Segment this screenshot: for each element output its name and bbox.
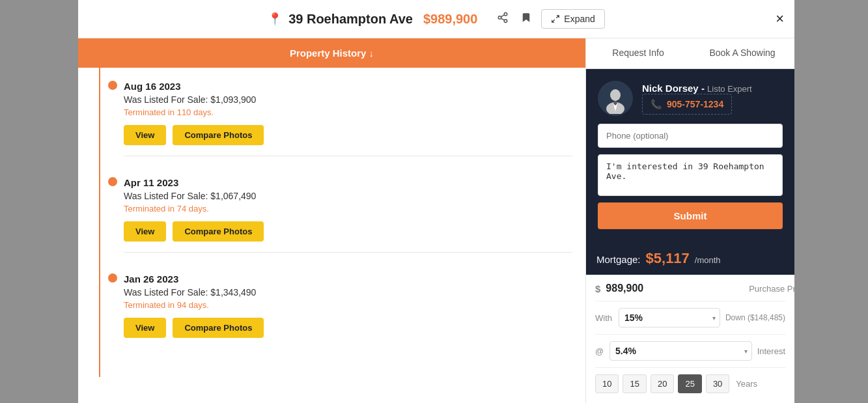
modal-container: 📍 39 Roehampton Ave $989,900 Expand [78,0,794,403]
agent-details: Nick Dorsey - Listo Expert 📞 905-757-123… [642,83,752,115]
year-30-button[interactable]: 30 [706,374,729,393]
expand-button[interactable]: Expand [541,9,604,29]
agent-name: Nick Dorsey - Listo Expert [642,83,752,94]
tabs-row: Request Info Book A Showing [586,38,794,69]
divider [595,334,785,335]
mortgage-label: Mortgage: [596,254,641,265]
mortgage-fields: $ Purchase Price With 5% 10% 15% [586,275,794,403]
phone-icon: 📞 [651,99,662,109]
svg-point-2 [505,20,508,23]
list-item: Jan 26 2023 Was Listed For Sale: $1,343,… [91,271,572,348]
phone-input[interactable] [598,124,783,148]
bookmark-button[interactable] [518,9,535,29]
agent-info-row: Nick Dorsey - Listo Expert 📞 905-757-123… [598,81,783,116]
list-item: Apr 11 2023 Was Listed For Sale: $1,067,… [91,174,572,253]
down-payment-row: With 5% 10% 15% 20% 25% ▾ Down ($148,4 [595,308,785,327]
history-buttons: View Compare Photos [124,125,572,145]
history-date: Aug 16 2023 [124,81,572,92]
mortgage-section: Mortgage: $5,117 /month [586,241,794,275]
history-content: Apr 11 2023 Was Listed For Sale: $1,067,… [124,174,572,253]
view-button[interactable]: View [124,125,166,145]
purchase-price-input[interactable] [606,283,742,294]
compare-photos-button[interactable]: Compare Photos [173,318,264,338]
divider [595,367,785,368]
svg-line-3 [501,18,505,20]
interest-select-wrapper: 3.0% 3.5% 4.0% 4.5% 5.0% 5.4% 6.0% ▾ [609,341,752,361]
modal-address: 39 Roehampton Ave [288,12,413,27]
history-date: Apr 11 2023 [124,177,572,188]
modal-body: Property History ↓ Aug 16 2023 Was Liste… [78,38,794,403]
agent-card: Nick Dorsey - Listo Expert 📞 905-757-123… [586,69,794,241]
mortgage-header: Mortgage: $5,117 /month [596,250,784,275]
svg-point-0 [505,13,508,16]
year-25-button[interactable]: 25 [678,374,701,393]
history-status: Terminated in 74 days. [124,204,572,214]
purchase-price-label: Purchase Price [748,284,794,294]
expand-label: Expand [564,14,595,24]
history-content: Jan 26 2023 Was Listed For Sale: $1,343,… [124,271,572,348]
dollar-icon: $ [595,283,600,294]
modal-actions: Expand [494,9,604,29]
down-select-wrapper: 5% 10% 15% 20% 25% ▾ [619,308,720,327]
location-icon: 📍 [268,12,282,26]
compare-photos-button[interactable]: Compare Photos [173,221,264,242]
mortgage-per-month: /month [695,255,721,265]
modal-price: $989,900 [423,12,477,27]
timeline-dot [108,273,117,283]
history-status: Terminated in 94 days. [124,300,572,310]
history-listed: Was Listed For Sale: $1,343,490 [124,287,572,298]
property-history-label: Property History ↓ [290,48,374,59]
year-15-button[interactable]: 15 [623,374,646,393]
years-row: 10 15 20 25 30 Years [595,374,785,396]
year-20-button[interactable]: 20 [651,374,674,393]
agent-phone: 905-757-1234 [667,99,723,109]
compare-photos-button[interactable]: Compare Photos [173,125,264,145]
view-button[interactable]: View [124,318,166,338]
divider [595,301,785,301]
timeline-dot [108,81,117,90]
property-history-bar[interactable]: Property History ↓ [78,38,585,68]
history-buttons: View Compare Photos [124,221,572,242]
modal-overlay: 📍 39 Roehampton Ave $989,900 Expand [0,0,868,403]
contact-form: I'm interested in 39 Roehampton Ave. Sub… [598,124,783,229]
close-button[interactable]: × [776,12,784,26]
down-amount-label: Down ($148,485) [725,313,785,322]
history-status: Terminated in 110 days. [124,107,572,117]
interest-label: Interest [757,346,785,356]
left-panel: Property History ↓ Aug 16 2023 Was Liste… [78,38,586,403]
interest-row: @ 3.0% 3.5% 4.0% 4.5% 5.0% 5.4% 6.0% [595,341,785,361]
interest-rate-select[interactable]: 3.0% 3.5% 4.0% 4.5% 5.0% 5.4% 6.0% [609,341,752,361]
view-button[interactable]: View [124,221,166,242]
history-listed: Was Listed For Sale: $1,067,490 [124,191,572,201]
history-listed: Was Listed For Sale: $1,093,900 [124,94,572,105]
history-date: Jan 26 2023 [124,273,572,285]
history-content: Aug 16 2023 Was Listed For Sale: $1,093,… [124,78,572,156]
year-10-button[interactable]: 10 [595,374,619,393]
tab-request-info[interactable]: Request Info [586,38,690,68]
svg-line-4 [501,15,505,17]
history-list: Aug 16 2023 Was Listed For Sale: $1,093,… [78,68,585,377]
svg-point-6 [610,89,621,101]
timeline-dot [108,177,117,186]
at-label: @ [595,346,604,356]
svg-point-1 [499,16,502,20]
modal-title-area: 📍 39 Roehampton Ave $989,900 Expand [268,9,605,29]
tab-book-showing[interactable]: Book A Showing [690,38,794,68]
agent-phone-box: 📞 905-757-1234 [642,94,732,115]
submit-button[interactable]: Submit [598,202,783,229]
message-textarea[interactable]: I'm interested in 39 Roehampton Ave. [598,154,783,196]
history-buttons: View Compare Photos [124,318,572,338]
avatar [598,81,633,116]
modal-header: 📍 39 Roehampton Ave $989,900 Expand [78,0,794,38]
list-item: Aug 16 2023 Was Listed For Sale: $1,093,… [91,78,572,156]
with-label: With [595,313,613,323]
mortgage-amount: $5,117 [646,250,690,267]
right-panel: Request Info Book A Showing [586,38,794,403]
years-label: Years [736,379,757,389]
purchase-price-row: $ Purchase Price [595,283,785,294]
share-button[interactable] [494,9,511,29]
down-percent-select[interactable]: 5% 10% 15% 20% 25% [619,308,720,327]
